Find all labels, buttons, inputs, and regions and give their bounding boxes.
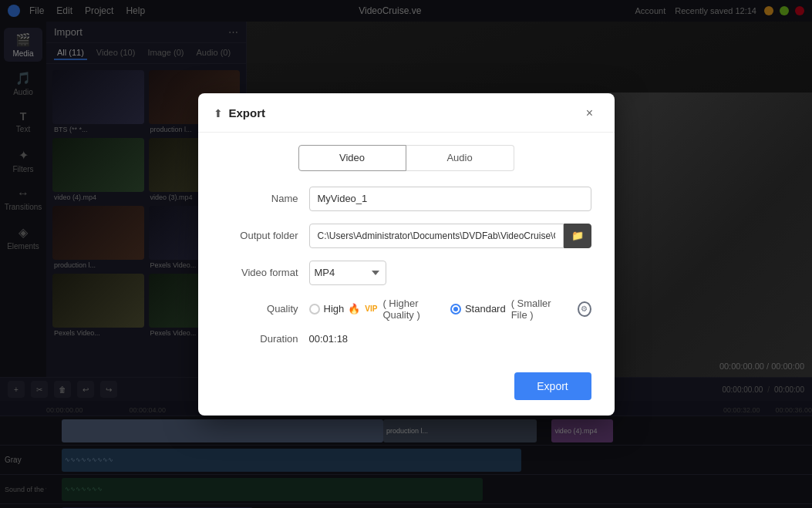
quality-high-option[interactable]: High 🔥 VIP ( Higher Quality ) — [309, 298, 438, 321]
duration-value: 00:01:18 — [309, 333, 349, 345]
format-select[interactable]: MP4 MOV AVI MKV — [309, 261, 386, 285]
vip-badge: VIP — [365, 304, 377, 313]
quality-high-radio[interactable] — [309, 304, 320, 315]
modal-overlay: ⬆ Export × Video Audio Name Output folde… — [0, 0, 812, 508]
quality-high-suffix: ( Higher Quality ) — [382, 298, 438, 321]
name-input[interactable] — [309, 187, 591, 211]
modal-title: Export — [229, 106, 266, 119]
modal-body: Name Output folder 📁 Video format MP4 — [198, 171, 615, 372]
quality-row: Quality High 🔥 VIP ( Higher Quality ) — [221, 298, 591, 321]
quality-standard-option[interactable]: Standard ( Smaller File ) — [450, 298, 559, 321]
duration-row: Duration 00:01:18 — [221, 333, 591, 345]
gear-icon: ⚙ — [581, 304, 588, 313]
tab-video[interactable]: Video — [298, 145, 406, 171]
radio-dot — [453, 307, 458, 311]
output-folder-row: Output folder 📁 — [221, 224, 591, 248]
modal-footer: Export — [198, 372, 615, 415]
name-label: Name — [221, 193, 298, 204]
quality-settings-button[interactable]: ⚙ — [578, 301, 591, 317]
export-icon: ⬆ — [214, 107, 223, 119]
modal-header: ⬆ Export × — [198, 93, 615, 133]
modal-header-left: ⬆ Export — [214, 106, 266, 119]
output-folder-label: Output folder — [221, 230, 298, 241]
browse-folder-button[interactable]: 📁 — [564, 224, 591, 248]
fire-icon: 🔥 — [348, 303, 360, 315]
folder-icon: 📁 — [571, 230, 584, 241]
tab-audio[interactable]: Audio — [406, 145, 514, 171]
quality-standard-radio[interactable] — [450, 304, 461, 315]
export-modal: ⬆ Export × Video Audio Name Output folde… — [198, 93, 615, 415]
quality-label: Quality — [221, 303, 298, 315]
duration-label: Duration — [221, 333, 298, 345]
format-label: Video format — [221, 267, 298, 278]
format-row: Video format MP4 MOV AVI MKV — [221, 261, 591, 285]
modal-close-button[interactable]: × — [581, 104, 599, 123]
folder-row: 📁 — [309, 224, 591, 248]
quality-options: High 🔥 VIP ( Higher Quality ) Standard (… — [309, 298, 591, 321]
quality-high-label: High — [324, 303, 345, 315]
name-row: Name — [221, 187, 591, 211]
folder-path-input[interactable] — [309, 224, 564, 248]
quality-standard-label: Standard — [465, 303, 506, 315]
quality-standard-suffix: ( Smaller File ) — [511, 298, 559, 321]
modal-tabs: Video Audio — [198, 133, 615, 171]
export-button[interactable]: Export — [514, 372, 591, 400]
